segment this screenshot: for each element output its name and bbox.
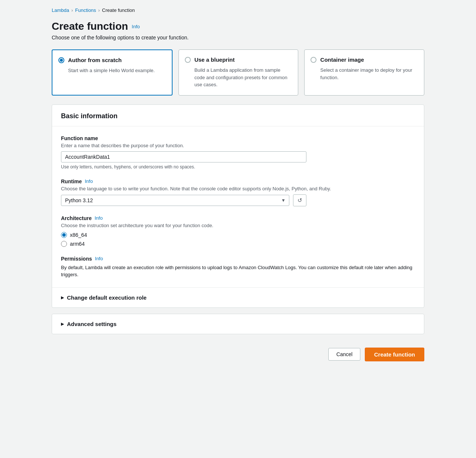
runtime-hint: Choose the language to use to write your…: [61, 186, 415, 191]
option-card-desc-0: Start with a simple Hello World example.: [58, 67, 166, 74]
radio-author-from-scratch: [58, 57, 64, 63]
architecture-field: Architecture Info Choose the instruction…: [61, 215, 415, 247]
runtime-label-row: Runtime Info: [61, 178, 415, 184]
architecture-option-arm64[interactable]: arm64: [61, 241, 415, 247]
breadcrumb-chevron-2: ›: [98, 8, 100, 13]
architecture-hint: Choose the instruction set architecture …: [61, 223, 415, 228]
advanced-settings-panel: ▶ Advanced settings: [52, 314, 424, 334]
breadcrumb-lambda-link[interactable]: Lambda: [52, 7, 69, 13]
section-title-basic-info: Basic information: [61, 112, 415, 120]
architecture-radio-x86[interactable]: [61, 232, 67, 238]
permissions-label-row: Permissions Info: [61, 256, 415, 262]
function-name-constraint: Use only letters, numbers, hyphens, or u…: [61, 164, 415, 170]
architecture-radio-arm64[interactable]: [61, 241, 67, 247]
page-title: Create function: [52, 20, 128, 32]
radio-use-a-blueprint: [185, 57, 191, 63]
page-subtitle: Choose one of the following options to c…: [52, 35, 424, 41]
cancel-button[interactable]: Cancel: [328, 348, 360, 361]
runtime-field: Runtime Info Choose the language to use …: [61, 178, 415, 206]
permissions-label: Permissions: [61, 256, 92, 262]
option-card-title-1: Use a blueprint: [194, 57, 235, 63]
create-function-button[interactable]: Create function: [365, 348, 424, 361]
runtime-select[interactable]: Python 3.12 Python 3.11 Python 3.10 Pyth…: [61, 195, 289, 206]
breadcrumb: Lambda › Functions › Create function: [52, 7, 424, 13]
breadcrumb-current: Create function: [102, 7, 135, 13]
section-header-basic-info: Basic information: [52, 105, 424, 126]
permissions-desc: By default, Lambda will create an execut…: [61, 264, 415, 278]
change-execution-role-label: Change default execution role: [67, 294, 147, 301]
option-card-header-1: Use a blueprint: [185, 57, 292, 63]
architecture-label: Architecture: [61, 215, 91, 221]
option-card-title-0: Author from scratch: [68, 57, 122, 63]
option-card-header-0: Author from scratch: [58, 57, 166, 63]
section-body-basic-info: Function name Enter a name that describe…: [52, 126, 424, 287]
option-cards: Author from scratch Start with a simple …: [52, 49, 424, 96]
radio-container-image: [311, 57, 316, 63]
option-card-title-2: Container image: [320, 57, 364, 63]
architecture-option-x86[interactable]: x86_64: [61, 232, 415, 238]
runtime-info-link[interactable]: Info: [85, 178, 93, 184]
function-name-input[interactable]: [61, 151, 306, 162]
page-title-row: Create function Info: [52, 20, 424, 32]
permissions-field: Permissions Info By default, Lambda will…: [61, 256, 415, 278]
basic-info-panel: Basic information Function name Enter a …: [52, 104, 424, 308]
option-card-header-2: Container image: [311, 57, 418, 63]
advanced-settings-label: Advanced settings: [67, 321, 116, 327]
option-card-desc-1: Build a Lambda application from sample c…: [185, 67, 292, 88]
refresh-icon: ↺: [298, 197, 302, 204]
option-card-use-a-blueprint[interactable]: Use a blueprint Build a Lambda applicati…: [178, 49, 299, 96]
footer-bar: Cancel Create function: [52, 340, 424, 361]
advanced-settings-section[interactable]: ▶ Advanced settings: [52, 314, 424, 334]
architecture-label-arm64: arm64: [70, 241, 85, 247]
advanced-collapse-arrow-icon: ▶: [61, 322, 64, 326]
runtime-refresh-button[interactable]: ↺: [293, 194, 306, 206]
architecture-label-x86: x86_64: [70, 232, 87, 238]
page-info-link[interactable]: Info: [132, 24, 140, 29]
breadcrumb-chevron-1: ›: [71, 8, 73, 13]
breadcrumb-functions-link[interactable]: Functions: [75, 7, 96, 13]
function-name-field: Function name Enter a name that describe…: [61, 135, 415, 170]
collapse-arrow-icon: ▶: [61, 295, 64, 300]
architecture-options: x86_64 arm64: [61, 232, 415, 247]
runtime-label: Runtime: [61, 178, 82, 184]
change-execution-role-section[interactable]: ▶ Change default execution role: [52, 288, 424, 307]
architecture-info-link[interactable]: Info: [94, 215, 103, 221]
permissions-info-link[interactable]: Info: [95, 256, 103, 261]
option-card-container-image[interactable]: Container image Select a container image…: [304, 49, 424, 96]
arch-label-row: Architecture Info: [61, 215, 415, 221]
runtime-select-wrapper: Python 3.12 Python 3.11 Python 3.10 Pyth…: [61, 195, 289, 206]
function-name-label: Function name: [61, 135, 415, 141]
option-card-author-from-scratch[interactable]: Author from scratch Start with a simple …: [52, 49, 173, 96]
option-card-desc-2: Select a container image to deploy for y…: [311, 67, 418, 81]
runtime-row: Python 3.12 Python 3.11 Python 3.10 Pyth…: [61, 194, 306, 206]
function-name-hint: Enter a name that describes the purpose …: [61, 143, 415, 148]
